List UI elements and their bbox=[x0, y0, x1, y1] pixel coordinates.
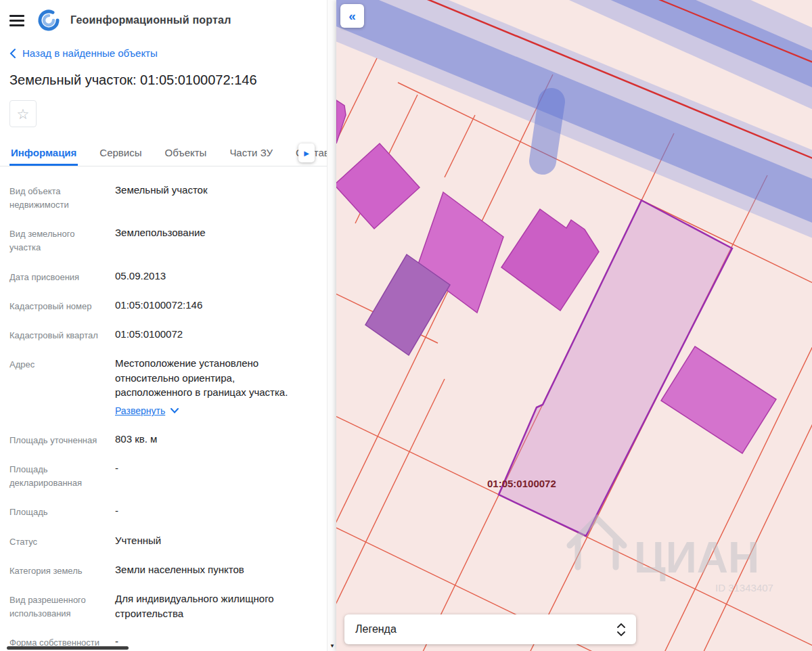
info-list: Вид объекта недвижимости Земельный участ… bbox=[0, 166, 327, 651]
map-canvas: 01:05:0100072 ЦИАН ID 31343407 bbox=[336, 0, 812, 651]
info-row-area-declared: Площадь декларированная - bbox=[9, 454, 313, 497]
info-value: Земли населенных пунктов bbox=[106, 562, 313, 578]
info-row-cadastral-number: Кадастровый номер 01:05:0100072:146 bbox=[9, 291, 313, 320]
info-row-parcel-type: Вид земельного участка Землепользование bbox=[9, 219, 313, 261]
collapse-panel-button[interactable]: « bbox=[340, 4, 364, 28]
cadastral-map[interactable]: 01:05:0100072 ЦИАН ID 31343407 « Легенда bbox=[336, 0, 812, 651]
expand-address-label: Развернуть bbox=[115, 404, 165, 418]
info-value: Местоположение установлено относительно … bbox=[106, 356, 313, 418]
horizontal-scrollbar-thumb[interactable] bbox=[7, 646, 129, 650]
info-label: Вид разрешенного использования bbox=[9, 591, 106, 621]
info-panel-content: Геоинформационный портал Назад в найденн… bbox=[0, 0, 327, 651]
info-label: Площадь bbox=[9, 503, 106, 519]
address-text: Местоположение установлено относительно … bbox=[115, 357, 288, 399]
back-link-label: Назад в найденные объекты bbox=[22, 47, 158, 59]
info-value: - bbox=[106, 503, 313, 519]
info-label: Категория земель bbox=[9, 562, 106, 578]
info-label: Площадь уточненная bbox=[9, 432, 106, 447]
info-row-area: Площадь - bbox=[9, 497, 313, 526]
back-link[interactable]: Назад в найденные объекты bbox=[9, 47, 158, 59]
road-stub bbox=[543, 102, 551, 161]
portal-logo-icon bbox=[37, 8, 61, 32]
app-title: Геоинформационный портал bbox=[70, 14, 231, 26]
vertical-scrollbar[interactable]: ▼ bbox=[327, 0, 336, 651]
info-row-cadastral-block: Кадастровый квартал 01:05:0100072 bbox=[9, 320, 313, 349]
watermark-text: ЦИАН bbox=[634, 533, 759, 582]
info-value: 803 кв. м bbox=[106, 432, 313, 447]
info-label: Дата присвоения bbox=[9, 269, 106, 284]
info-panel: Геоинформационный портал Назад в найденн… bbox=[0, 0, 336, 651]
info-row-status: Статус Учтенный bbox=[9, 526, 313, 556]
chevron-down-icon bbox=[171, 408, 179, 413]
info-row-permitted-use: Вид разрешенного использования Для индив… bbox=[9, 585, 313, 628]
tabs-scroll-right-button[interactable]: ▶ bbox=[298, 143, 315, 162]
info-label: Вид объекта недвижимости bbox=[9, 183, 106, 212]
info-value: Земельный участок bbox=[106, 183, 313, 212]
info-value: 05.09.2013 bbox=[106, 269, 313, 284]
info-label: Кадастровый номер bbox=[9, 298, 106, 313]
tab-bar: Информация Сервисы Объекты Части ЗУ Сост… bbox=[0, 141, 327, 166]
info-value: - bbox=[106, 634, 313, 650]
info-label: Вид земельного участка bbox=[9, 225, 106, 254]
info-row-assign-date: Дата присвоения 05.09.2013 bbox=[9, 262, 313, 291]
menu-icon[interactable] bbox=[9, 13, 27, 28]
back-chevron-icon bbox=[9, 49, 16, 58]
legend-toggle-icon bbox=[617, 623, 625, 636]
legend-bar[interactable]: Легенда bbox=[344, 614, 636, 644]
info-value: Для индивидуального жилищного строительс… bbox=[106, 591, 313, 621]
info-value: - bbox=[106, 461, 313, 490]
portal-header: Геоинформационный портал bbox=[0, 0, 327, 35]
info-value: Учтенный bbox=[106, 533, 313, 549]
info-value: 01:05:0100072:146 bbox=[106, 298, 313, 313]
page-title: Земельный участок: 01:05:0100072:146 bbox=[9, 72, 313, 88]
favorite-star-button[interactable]: ☆ bbox=[9, 100, 37, 127]
info-value: 01:05:0100072 bbox=[106, 327, 313, 342]
info-row-land-category: Категория земель Земли населенных пункто… bbox=[9, 556, 313, 585]
expand-address-link[interactable]: Развернуть bbox=[115, 404, 179, 418]
info-label: Площадь декларированная bbox=[9, 461, 106, 490]
tab-informatsiya[interactable]: Информация bbox=[9, 141, 78, 166]
scroll-down-icon[interactable]: ▼ bbox=[328, 643, 336, 649]
info-value: Землепользование bbox=[106, 225, 313, 254]
info-row-area-refined: Площадь уточненная 803 кв. м bbox=[9, 425, 313, 454]
info-label: Статус bbox=[9, 533, 106, 549]
tab-chasti-zu[interactable]: Части ЗУ bbox=[228, 141, 274, 166]
info-row-address: Адрес Местоположение установлено относит… bbox=[9, 349, 313, 425]
watermark-id: ID 31343407 bbox=[715, 582, 773, 593]
parcel-number-label: 01:05:0100072 bbox=[487, 478, 556, 489]
tab-servisy[interactable]: Сервисы bbox=[98, 141, 143, 166]
info-label: Адрес bbox=[9, 356, 106, 418]
info-row-object-type: Вид объекта недвижимости Земельный участ… bbox=[9, 176, 313, 219]
legend-label: Легенда bbox=[355, 623, 397, 635]
tab-obekty[interactable]: Объекты bbox=[164, 141, 208, 166]
info-label: Кадастровый квартал bbox=[9, 327, 106, 342]
